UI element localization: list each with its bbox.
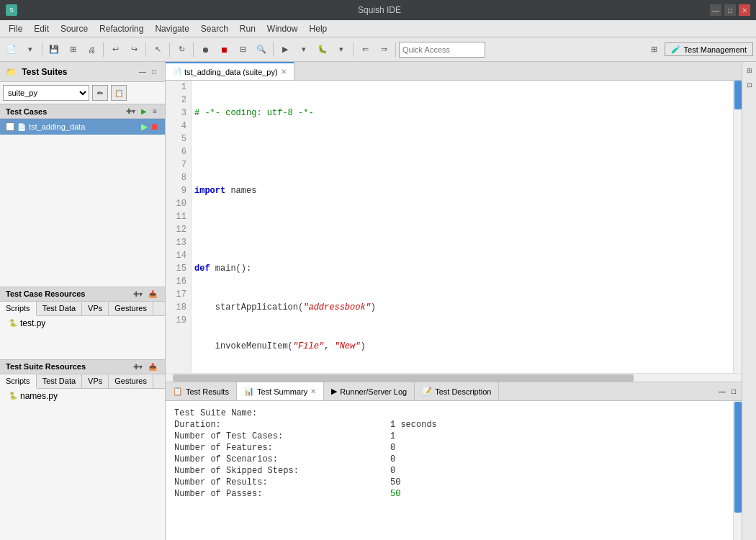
add-resource-btn[interactable]: ✚▾ [131,289,145,299]
tab-testdata[interactable]: Test Data [37,302,82,315]
import-resource-btn[interactable]: 📥 [146,289,159,299]
stop-btn[interactable]: ⏹ [215,41,233,58]
summary-results-row: Number of Results: 50 [174,477,724,487]
tab-suite-scripts[interactable]: Scripts [0,374,37,389]
print-btn[interactable]: 🖨 [83,41,100,58]
test-management-btn[interactable]: 🧪 Test Management [665,42,753,56]
tab-test-results[interactable]: 📋 Test Results [166,382,237,400]
add-suite-resource-btn[interactable]: ✚▾ [131,362,145,372]
summary-test-cases-row: Number of Test Cases: 1 [174,431,724,441]
bottom-scrollbar[interactable] [733,401,742,540]
tab-suite-vps[interactable]: VPs [82,374,109,388]
close-btn[interactable]: ✕ [739,4,750,16]
minimize-bottom-btn[interactable]: — [717,387,727,397]
summary-features-row: Number of Features: 0 [174,443,724,453]
suite-resources-controls: ✚▾ 📥 [131,362,159,372]
num-skipped-label: Number of Skipped Steps: [174,466,390,476]
menu-file[interactable]: File [3,22,28,35]
code-line-1: # -*- coding: utf-8 -*- [194,107,730,120]
num-results-value: 50 [390,477,400,487]
maximize-bottom-btn[interactable]: □ [729,387,739,397]
code-editor[interactable]: 1 2 3 4 5 6 7 8 9 10 11 12 13 14 15 16 1 [166,81,742,373]
editor-scrollbar[interactable] [733,81,742,373]
new-suite-btn[interactable]: 📋 [111,85,127,101]
cursor-btn[interactable]: ↖ [149,41,166,58]
editor-tab-active[interactable]: 📄 tst_adding_data (suite_py) ✕ [166,62,294,80]
summary-duration-row: Duration: 1 seconds [174,420,724,430]
tab-close-btn[interactable]: ✕ [281,68,287,76]
maximize-panel-btn[interactable]: □ [149,67,159,77]
tab-test-summary[interactable]: 📊 Test Summary ✕ [237,382,324,400]
save-all-btn[interactable]: ⊞ [64,41,81,58]
right-mini-btn-1[interactable]: ⊞ [744,65,755,76]
new-dropdown-btn[interactable]: ▾ [22,41,39,58]
run-btn[interactable]: ▶ [276,41,294,58]
import-suite-resource-btn[interactable]: 📥 [146,362,159,372]
test-case-label: tst_adding_data [29,122,138,131]
code-content[interactable]: # -*- coding: utf-8 -*- import names def… [192,81,733,373]
menu-search[interactable]: Search [195,22,234,35]
right-mini-btn-2[interactable]: ⊡ [744,79,755,91]
num-passes-label: Number of Passes: [174,489,390,499]
tab-test-description[interactable]: 📝 Test Description [415,382,499,400]
run-dropdown-btn[interactable]: ▾ [295,41,312,58]
menu-run[interactable]: Run [234,22,261,35]
maximize-btn[interactable]: □ [724,4,736,16]
suite-dropdown[interactable]: suite_py [3,85,89,101]
spy-btn[interactable]: 🔍 [253,41,270,58]
debug-btn[interactable]: 🐛 [314,41,331,58]
record-btn[interactable]: ⏺ [197,41,214,58]
open-perspective-btn[interactable]: ⊞ [646,41,663,58]
python-file-icon: 🐍 [9,319,17,327]
test-case-item[interactable]: 📄 tst_adding_data ▶ ⏹ [0,119,165,135]
editor-area: 📄 tst_adding_data (suite_py) ✕ 1 2 3 4 5… [166,62,742,540]
edit-suite-btn[interactable]: ✏ [92,85,108,101]
summary-scenarios-row: Number of Scenarios: 0 [174,454,724,464]
stop-icon[interactable]: ⏹ [150,122,159,132]
minimize-panel-btn[interactable]: — [138,67,148,77]
minimize-btn[interactable]: — [710,4,721,16]
redo-btn[interactable]: ↪ [125,41,143,58]
grid-btn[interactable]: ⊟ [234,41,251,58]
menu-source[interactable]: Source [55,22,94,35]
window-controls: — □ ✕ [710,4,750,16]
menu-navigate[interactable]: Navigate [149,22,194,35]
run-test-btn[interactable]: ▶ [139,107,149,116]
tab-gestures[interactable]: Gestures [109,302,153,315]
tab-description-label: Test Description [435,387,491,396]
run-icon[interactable]: ▶ [141,122,148,132]
menu-refactoring[interactable]: Refactoring [94,22,149,35]
menu-help[interactable]: Help [304,22,333,35]
back-btn[interactable]: ⇐ [356,41,374,58]
add-test-case-btn[interactable]: ✚▾ [124,107,138,116]
num-passes-value: 50 [390,489,400,499]
test-case-resources-header: Test Case Resources ✚▾ 📥 [0,287,165,302]
suite-file-item[interactable]: 🐍 names.py [0,389,165,403]
refresh-btn[interactable]: ↻ [173,41,190,58]
quick-access-input[interactable] [399,42,485,58]
menu-edit[interactable]: Edit [28,22,55,35]
save-btn[interactable]: 💾 [45,41,63,58]
tab-summary-close[interactable]: ✕ [310,387,316,395]
tab-test-results-label: Test Results [186,387,229,396]
forward-btn[interactable]: ⇒ [375,41,392,58]
test-case-checkbox[interactable] [6,122,14,131]
undo-btn[interactable]: ↩ [107,41,124,58]
test-suite-resources-label: Test Suite Resources [6,362,86,371]
tab-suite-gestures[interactable]: Gestures [109,374,153,388]
debug-dropdown-btn[interactable]: ▾ [333,41,350,58]
summary-skipped-row: Number of Skipped Steps: 0 [174,466,724,476]
script-file-item[interactable]: 🐍 test.py [0,316,165,330]
menu-window[interactable]: Window [261,22,304,35]
duration-label: Duration: [174,420,390,430]
bottom-scroll-thumb [734,402,742,513]
tab-runner-log[interactable]: ▶ Runner/Server Log [324,382,415,400]
test-cases-controls: ✚▾ ▶ ≡ [124,107,159,116]
tab-scripts[interactable]: Scripts [0,302,37,316]
test-cases-header: Test Cases ✚▾ ▶ ≡ [0,104,165,119]
horizontal-scrollbar[interactable] [166,373,742,382]
tab-suite-testdata[interactable]: Test Data [37,374,82,388]
new-btn[interactable]: 📄 [3,41,20,58]
tab-vps[interactable]: VPs [82,302,109,315]
sort-test-btn[interactable]: ≡ [150,107,159,116]
